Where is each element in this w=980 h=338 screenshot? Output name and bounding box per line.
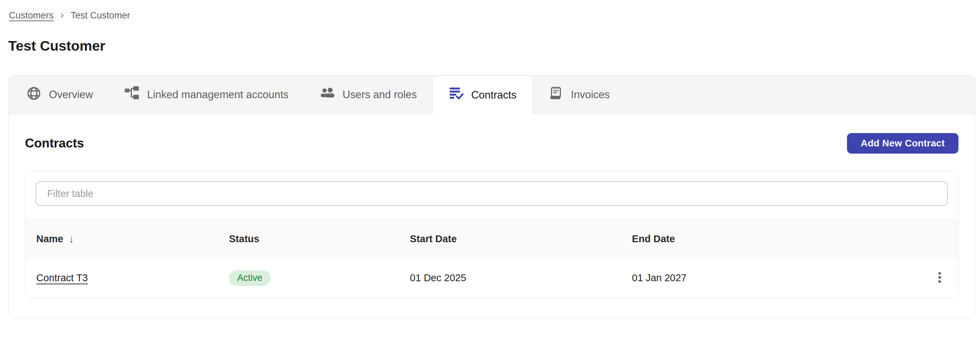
group-icon xyxy=(320,86,335,104)
contracts-panel-header: Contracts Add New Contract xyxy=(25,133,958,154)
column-header-start-date[interactable]: Start Date xyxy=(410,233,632,245)
tab-contracts-label: Contracts xyxy=(471,89,517,101)
tab-bar: Overview Linked management accounts xyxy=(8,76,975,114)
kebab-menu-icon xyxy=(933,271,947,285)
status-badge: Active xyxy=(229,270,271,286)
column-header-end-date[interactable]: End Date xyxy=(632,233,912,245)
tab-linked-management-accounts[interactable]: Linked management accounts xyxy=(109,76,304,113)
sort-descending-arrow-icon: ↓ xyxy=(69,233,74,245)
breadcrumb: Customers › Test Customer xyxy=(0,0,980,21)
contract-link[interactable]: Contract T3 xyxy=(36,272,88,283)
breadcrumb-separator-icon: › xyxy=(60,10,64,21)
contracts-checklist-icon xyxy=(449,86,464,104)
contract-start-date-cell: 01 Dec 2025 xyxy=(410,272,632,284)
tab-invoices-label: Invoices xyxy=(571,89,610,101)
filter-row xyxy=(25,171,958,220)
column-header-name[interactable]: Name ↓ xyxy=(36,233,229,245)
contracts-table-card: Name ↓ Status Start Date End Date Contra… xyxy=(25,171,958,298)
receipt-icon xyxy=(549,86,563,104)
tab-overview-label: Overview xyxy=(49,89,93,101)
row-actions-button[interactable] xyxy=(929,268,950,289)
table-header-row: Name ↓ Status Start Date End Date xyxy=(25,220,958,258)
contract-name-cell: Contract T3 xyxy=(36,272,229,284)
column-header-status[interactable]: Status xyxy=(229,233,410,245)
row-actions-cell xyxy=(929,268,950,289)
account-tree-icon xyxy=(124,86,140,104)
breadcrumb-link-customers[interactable]: Customers xyxy=(9,10,54,21)
add-new-contract-button[interactable]: Add New Contract xyxy=(847,133,958,154)
tab-overview[interactable]: Overview xyxy=(11,76,109,113)
customer-detail-panel: Overview Linked management accounts xyxy=(8,75,975,317)
filter-table-input[interactable] xyxy=(35,181,948,206)
breadcrumb-current: Test Customer xyxy=(71,10,130,21)
tab-linked-management-accounts-label: Linked management accounts xyxy=(147,89,289,101)
contracts-panel: Contracts Add New Contract Name ↓ Status… xyxy=(8,114,975,317)
tab-invoices[interactable]: Invoices xyxy=(533,76,626,113)
tab-users-and-roles[interactable]: Users and roles xyxy=(304,76,433,113)
globe-icon xyxy=(26,86,41,104)
tab-contracts[interactable]: Contracts xyxy=(433,76,533,114)
contract-status-cell: Active xyxy=(229,270,410,286)
contracts-heading: Contracts xyxy=(25,136,84,150)
column-header-name-label: Name xyxy=(36,233,63,245)
table-row: Contract T3 Active 01 Dec 2025 01 Jan 20… xyxy=(25,258,958,298)
contract-end-date-cell: 01 Jan 2027 xyxy=(632,272,912,284)
tab-users-and-roles-label: Users and roles xyxy=(343,89,417,101)
page-title: Test Customer xyxy=(8,38,980,54)
